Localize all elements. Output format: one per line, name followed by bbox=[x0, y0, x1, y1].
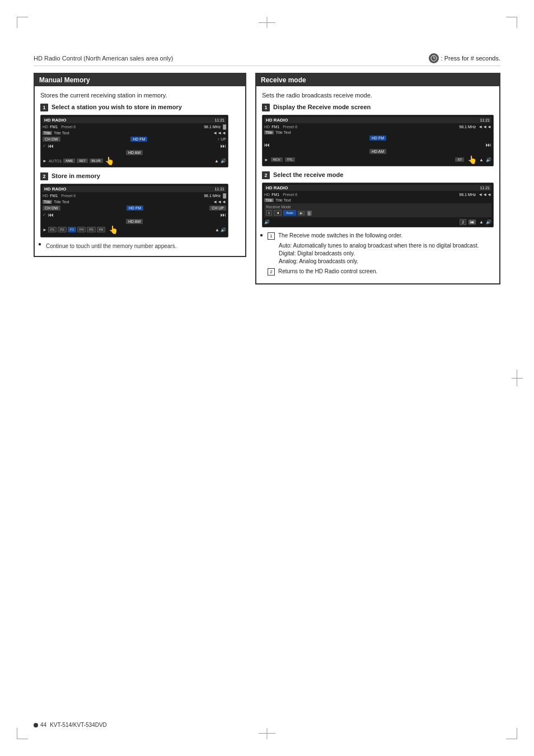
rs2-ch-up-btn[interactable]: CH UP bbox=[209, 206, 226, 211]
rs3-title-text: Title Text bbox=[275, 130, 291, 134]
corner-mark-tl bbox=[17, 17, 28, 28]
rs4-title-row: Title Title Text bbox=[264, 198, 491, 202]
rs1-prev-btn[interactable]: ⏮ bbox=[48, 143, 54, 149]
rs4-title-label: Title bbox=[264, 198, 274, 202]
rs4-up-arrow: ▲ bbox=[479, 220, 484, 225]
rs3-hd-fm-btn[interactable]: HD FM bbox=[369, 136, 386, 141]
rs2-p5-btn[interactable]: P5 bbox=[87, 227, 95, 232]
rs3-hd-am-btn[interactable]: HD AM bbox=[369, 149, 386, 154]
rs3-next-btn[interactable]: ⏭ bbox=[486, 142, 491, 148]
rs2-ch-dw-btn[interactable]: CH DW bbox=[43, 206, 60, 211]
crosshair-bot-v bbox=[267, 728, 268, 739]
main-content: HD Radio Control (North American sales a… bbox=[34, 53, 500, 292]
rs3-rcv-btn[interactable]: RCV bbox=[271, 157, 283, 162]
rs1-bottom-row: ► AUTO1 AME SET BLUR 👆 ▲ 🔊 bbox=[43, 156, 226, 165]
rs4-rcv-pause-btn[interactable]: || bbox=[307, 211, 312, 216]
rs2-p4-btn[interactable]: P4 bbox=[77, 227, 86, 232]
model-text: KVT-514/KVT-534DVD bbox=[50, 722, 107, 728]
rs2-nav-row: ✓ ⏮ ⏭ bbox=[43, 212, 226, 218]
rs3-freq: 98.1 MHz bbox=[459, 125, 476, 129]
rs2-p1-btn[interactable]: P1 bbox=[48, 227, 57, 232]
rs1-hd-am-btn[interactable]: HD AM bbox=[126, 150, 143, 155]
corner-mark-br bbox=[506, 728, 517, 739]
rs3-freq-row: HD FM1 Preset 6 98.1 MHz ◄◄◄ bbox=[264, 124, 491, 129]
rcv-step2-num: 2 bbox=[262, 171, 270, 179]
rs3-play-icon: ► bbox=[264, 157, 269, 162]
step2-label: 2 Store in memory bbox=[40, 172, 240, 180]
rcv-note1-text: The Receive mode switches in the followi… bbox=[278, 232, 402, 240]
rcv-step1-label: 1 Display the Receive mode screen bbox=[262, 103, 494, 111]
rs4-rcv-num-btn[interactable]: 1 bbox=[266, 210, 272, 216]
rs1-hd: HD bbox=[43, 125, 48, 129]
rs1-ame-btn[interactable]: AME bbox=[63, 158, 75, 163]
rs2-next-btn[interactable]: ⏭ bbox=[221, 212, 226, 218]
rs1-ch-dw-btn[interactable]: CH DW bbox=[43, 137, 60, 142]
rs2-signal: ▓ bbox=[223, 193, 226, 198]
manual-memory-header: Manual Memory bbox=[35, 74, 245, 86]
step2-text: Store in memory bbox=[51, 172, 100, 180]
note-area: ● Continue to touch until the memory num… bbox=[40, 242, 240, 250]
rs4-fm: FM1 bbox=[271, 193, 279, 197]
receive-mode-body: Sets the radio broadcasts receive mode. … bbox=[256, 86, 499, 283]
rs2-p6-btn[interactable]: P6 bbox=[97, 227, 105, 232]
rs1-hd-fm-btn[interactable]: HD FM bbox=[130, 137, 147, 142]
rcv-note2-num: 2 bbox=[268, 268, 275, 276]
rs1-signal: ▓ bbox=[223, 124, 226, 129]
rs2-time: 11:21 bbox=[214, 187, 224, 191]
right-column: Receive mode Sets the radio broadcasts r… bbox=[255, 73, 500, 292]
rs4-rcv-next-btn[interactable]: ► bbox=[298, 211, 305, 216]
rs1-freq-row: HD FM1 Preset 6 98.1 MHz ▓ bbox=[43, 124, 226, 129]
receive-mode-header: Receive mode bbox=[256, 74, 499, 86]
manual-memory-body: Stores the current receiving station in … bbox=[35, 86, 245, 256]
rs4-preset: Preset 6 bbox=[283, 193, 297, 197]
rs3-bottom-row: ► RCV TTL ST 👆 ▲ 🔊 bbox=[264, 155, 491, 164]
rs1-title-label: Title bbox=[43, 131, 52, 135]
rs2-preset: Preset 6 bbox=[61, 194, 76, 198]
header-icon-area: : Press for # seconds. bbox=[429, 53, 500, 63]
rs1-rewind-icon: ◄◄◄ bbox=[213, 130, 226, 136]
rs4-rcv-controls: 1 ◄ Auto ► || bbox=[266, 210, 490, 216]
rs3-up-arrow: ▲ bbox=[479, 157, 484, 162]
step1-text: Select a station you wish to store in me… bbox=[51, 103, 182, 111]
receive-mode-desc: Sets the radio broadcasts receive mode. bbox=[262, 92, 494, 99]
rs1-title-row: Title Title Text ◄◄◄ bbox=[43, 130, 226, 136]
rs1-freq: 98.1 MHz bbox=[204, 125, 221, 129]
crosshair-bot-h bbox=[259, 733, 275, 734]
rs2-hd-am-btn[interactable]: HD AM bbox=[126, 219, 143, 224]
rs4-rcv-label: Receive Mode bbox=[266, 205, 490, 209]
rs3-prev-btn[interactable]: ⏮ bbox=[264, 142, 270, 148]
rs2-play-icon: ► bbox=[43, 227, 47, 232]
rs1-next-btn[interactable]: ⏭ bbox=[221, 143, 226, 149]
rs3-nav-row: ⏮ ⏭ bbox=[264, 142, 491, 148]
rs2-title-text: Title Text bbox=[54, 200, 69, 204]
rs1-time: 11:21 bbox=[214, 118, 224, 122]
rs2-ch-row: CH DW HD FM CH UP bbox=[43, 206, 226, 211]
rs2-hd: HD bbox=[43, 194, 48, 198]
rs1-nav-row: ✓ ⏮ ⏭ bbox=[43, 143, 226, 149]
rs4-vol-icon2: 🔊 bbox=[486, 220, 491, 225]
rs1-finger-icon: 👆 bbox=[105, 156, 114, 165]
rs2-p2-btn[interactable]: P2 bbox=[58, 227, 66, 232]
step1-num: 1 bbox=[40, 104, 48, 111]
rs1-set-btn[interactable]: SET bbox=[77, 158, 88, 163]
rs2-top-bar: HD RADIO 11:21 bbox=[43, 186, 226, 192]
rs1-auto-label: AUTO1 bbox=[49, 159, 62, 163]
rs2-prev-btn[interactable]: ⏮ bbox=[48, 212, 54, 218]
rs1-title: HD RADIO bbox=[44, 118, 67, 123]
rcv-step1-num: 1 bbox=[262, 104, 270, 111]
rs4-rcv-prev-btn[interactable]: ◄ bbox=[274, 210, 282, 216]
rs2-p3-btn[interactable]: P3 bbox=[68, 227, 76, 232]
rs3-st-btn[interactable]: ST bbox=[455, 157, 464, 162]
rs4-bottom-row: 🔊 2 ⏮ ▲ 🔊 bbox=[264, 219, 491, 225]
rs2-finger-icon: 👆 bbox=[109, 225, 118, 234]
rs4-back-btn[interactable]: ⏮ bbox=[469, 220, 476, 225]
rs2-preset-row: ► P1 P2 P3 P4 P5 P6 👆 ▲ 🔊 bbox=[43, 225, 226, 234]
rs4-top-bar: HD RADIO 11:21 bbox=[264, 185, 491, 191]
page-num-text: 44 bbox=[40, 722, 46, 728]
rs1-play-icon: ► bbox=[43, 158, 47, 164]
rs3-ttl-btn[interactable]: TTL bbox=[285, 157, 296, 162]
rs1-blur-btn[interactable]: BLUR bbox=[90, 158, 103, 163]
rcv-notes-area: ● 1 The Receive mode switches in the fol… bbox=[262, 232, 494, 276]
rs3-vol-icon: 🔊 bbox=[486, 157, 491, 162]
rs2-hd-fm-btn[interactable]: HD FM bbox=[127, 206, 143, 211]
